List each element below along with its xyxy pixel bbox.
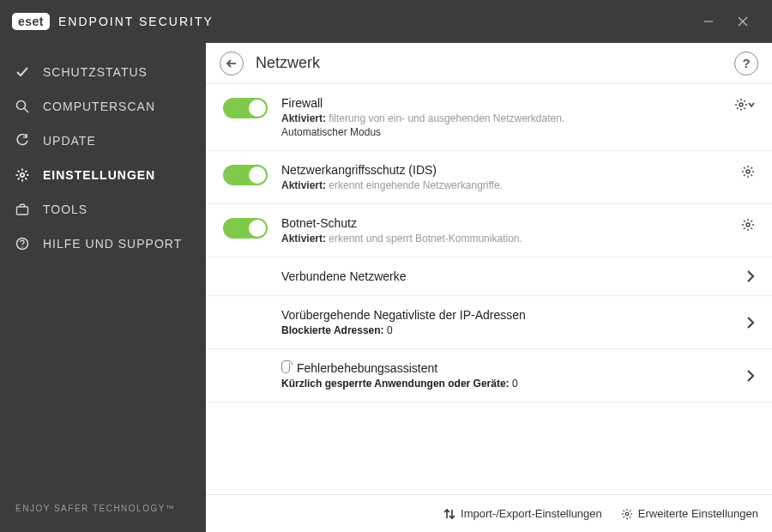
chevron-right-icon	[746, 369, 755, 383]
sidebar-item-label: EINSTELLUNGEN	[43, 168, 155, 182]
svg-line-53	[630, 516, 630, 517]
svg-point-27	[746, 170, 750, 173]
setting-subtitle: Aktiviert: erkennt eingehende Netzwerkan…	[281, 179, 721, 191]
shield-icon	[281, 363, 290, 373]
svg-line-26	[737, 107, 739, 109]
svg-line-4	[25, 109, 29, 113]
sidebar-item-label: HILFE UND SUPPORT	[43, 237, 182, 251]
svg-point-3	[17, 101, 26, 110]
svg-rect-14	[17, 207, 28, 215]
sidebar-item-tools[interactable]: TOOLS	[0, 192, 206, 227]
question-icon: ?	[742, 56, 750, 70]
navrow-title: Fehlerbehebungsassistent	[281, 361, 746, 375]
navrow-ip-blacklist[interactable]: Vorübergehende Negativliste der IP-Adres…	[206, 296, 772, 349]
sidebar-item-label: SCHUTZSTATUS	[43, 65, 148, 79]
briefcase-icon	[15, 203, 33, 216]
toggle-ids[interactable]	[223, 165, 268, 185]
navrow-title: Vorübergehende Negativliste der IP-Adres…	[281, 308, 746, 322]
sidebar-item-scan[interactable]: COMPUTERSCAN	[0, 89, 206, 124]
toggle-botnet[interactable]	[223, 218, 268, 239]
setting-mode: Automatischer Modus	[281, 126, 721, 138]
help-icon	[15, 237, 33, 251]
svg-line-13	[18, 178, 20, 179]
page-header: Netzwerk ?	[206, 43, 772, 84]
help-button[interactable]: ?	[734, 51, 758, 76]
svg-line-25	[744, 100, 745, 102]
sidebar-item-label: COMPUTERSCAN	[43, 100, 155, 113]
sidebar-item-settings[interactable]: EINSTELLUNGEN	[0, 158, 206, 192]
arrow-left-icon	[226, 57, 238, 70]
sidebar-item-update[interactable]: UPDATE	[0, 124, 206, 158]
import-export-link[interactable]: Import-/Export-Einstellungen	[443, 507, 602, 520]
sidebar-footer-text: ENJOY SAFER TECHNOLOGY™	[0, 490, 206, 532]
sidebar-item-status[interactable]: SCHUTZSTATUS	[0, 55, 206, 89]
page-title: Netzwerk	[256, 54, 320, 72]
setting-title: Firewall	[281, 96, 721, 110]
svg-line-12	[25, 171, 27, 172]
setting-row-botnet: Botnet-Schutz Aktiviert: erkennt und spe…	[206, 204, 772, 257]
navrow-subtitle: Kürzlich gesperrte Anwendungen oder Gerä…	[281, 378, 746, 390]
toggle-firewall[interactable]	[223, 98, 268, 118]
svg-line-55	[623, 516, 624, 517]
svg-line-44	[744, 227, 745, 229]
gear-button[interactable]	[741, 165, 755, 178]
svg-line-52	[623, 510, 624, 511]
svg-point-18	[739, 103, 743, 106]
titlebar: eset ENDPOINT SECURITY	[0, 0, 772, 43]
sidebar-item-label: TOOLS	[43, 203, 87, 216]
svg-line-34	[751, 167, 752, 169]
chevron-right-icon	[746, 269, 755, 283]
svg-line-23	[737, 100, 739, 102]
footer-link-label: Import-/Export-Einstellungen	[461, 507, 602, 520]
refresh-icon	[15, 134, 33, 148]
sidebar: SCHUTZSTATUS COMPUTERSCAN UPDATE	[0, 43, 206, 532]
content-area: Netzwerk ? Firewall Aktiviert:	[206, 43, 772, 532]
import-export-icon	[443, 508, 455, 520]
check-icon	[15, 65, 33, 79]
navrow-connected-networks[interactable]: Verbundene Netzwerke	[206, 257, 772, 296]
minimize-button[interactable]	[691, 4, 726, 39]
app-window: eset ENDPOINT SECURITY SCHUTZSTATUS	[0, 0, 772, 532]
svg-point-47	[625, 512, 629, 516]
gear-chevron-icon	[734, 98, 755, 112]
settings-list: Firewall Aktiviert: filterung von ein- u…	[206, 84, 772, 494]
sidebar-nav: SCHUTZSTATUS COMPUTERSCAN UPDATE	[0, 43, 206, 490]
setting-title: Botnet-Schutz	[281, 216, 721, 230]
minimize-icon	[703, 16, 714, 27]
chevron-right-icon	[746, 316, 755, 329]
close-icon	[738, 16, 748, 27]
gear-icon	[15, 168, 33, 182]
footer-link-label: Erweiterte Einstellungen	[638, 507, 758, 520]
logo-badge: eset	[12, 13, 50, 30]
svg-line-54	[630, 510, 630, 511]
advanced-settings-link[interactable]: Erweiterte Einstellungen	[621, 507, 758, 520]
close-button[interactable]	[726, 4, 760, 39]
svg-line-42	[751, 227, 752, 229]
setting-subtitle: Aktiviert: erkennt und sperrt Botnet-Kom…	[281, 233, 721, 245]
svg-line-41	[744, 221, 745, 222]
gear-icon	[741, 165, 755, 178]
gear-button[interactable]	[741, 218, 755, 232]
svg-line-33	[751, 174, 752, 176]
sidebar-item-label: UPDATE	[43, 134, 96, 148]
product-name: ENDPOINT SECURITY	[58, 15, 214, 28]
navrow-subtitle: Blockierte Adressen: 0	[281, 324, 746, 336]
setting-row-ids: Netzwerkangriffsschutz (IDS) Aktiviert: …	[206, 151, 772, 204]
svg-line-35	[744, 174, 745, 176]
svg-line-24	[744, 107, 745, 109]
svg-line-11	[25, 178, 27, 179]
sidebar-item-help[interactable]: HILFE UND SUPPORT	[0, 227, 206, 261]
setting-subtitle: Aktiviert: filterung von ein- und ausgeh…	[281, 112, 721, 124]
gear-icon	[741, 218, 755, 232]
content-footer: Import-/Export-Einstellungen Erweiterte …	[206, 494, 772, 532]
svg-line-43	[751, 221, 752, 222]
svg-point-16	[21, 246, 23, 248]
svg-line-10	[18, 171, 20, 172]
setting-row-firewall: Firewall Aktiviert: filterung von ein- u…	[206, 84, 772, 151]
navrow-troubleshoot[interactable]: Fehlerbehebungsassistent Kürzlich gesper…	[206, 349, 772, 402]
navrow-title: Verbundene Netzwerke	[281, 269, 746, 283]
gear-dropdown-button[interactable]	[734, 98, 755, 112]
setting-title: Netzwerkangriffsschutz (IDS)	[281, 163, 721, 177]
svg-point-36	[746, 223, 750, 227]
back-button[interactable]	[220, 51, 244, 76]
